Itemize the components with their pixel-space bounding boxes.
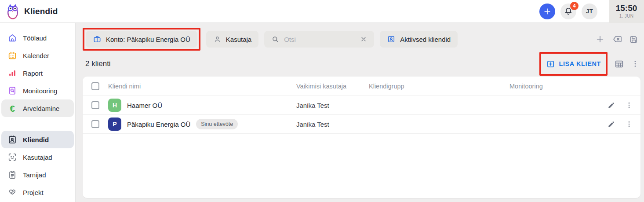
column-header-name: Kliendi nimi (108, 83, 296, 90)
person-icon (213, 35, 222, 44)
annotation-box-add-client: LISA KLIENT (539, 52, 608, 76)
edit-row-button[interactable] (603, 101, 620, 110)
add-filter-button[interactable] (595, 34, 605, 44)
sidebar-item-label: Kalender (23, 52, 49, 59)
sidebar-item-label: Töölaud (23, 34, 47, 42)
sidebar-item-monitooring[interactable]: Monitooring (1, 82, 74, 99)
pencil-icon (607, 120, 616, 129)
main-content: Konto: Päkapiku Energia OÜ Kasutaja (76, 23, 644, 202)
row-kebab-menu[interactable] (620, 120, 638, 129)
bar-chart-icon (7, 68, 18, 78)
add-client-label: LISA KLIENT (559, 60, 601, 67)
user-filter-label: Kasutaja (226, 36, 251, 43)
id-card-icon (387, 35, 396, 44)
save-view-button[interactable] (629, 34, 639, 44)
account-filter-chip[interactable]: Konto: Päkapiku Energia OÜ (86, 31, 197, 48)
pencil-icon (607, 101, 616, 110)
top-header: Kliendid 4 JT 15:50 1. JUN (0, 0, 644, 23)
edit-row-button[interactable] (603, 120, 620, 129)
home-icon (7, 33, 18, 43)
clear-filters-button[interactable] (611, 34, 622, 44)
sidebar-item-toolaud[interactable]: Töölaud (1, 29, 74, 47)
row-checkbox[interactable] (91, 120, 99, 128)
clock-widget: 15:50 1. JUN (609, 0, 644, 23)
result-count: 2 klienti (83, 59, 111, 68)
client-avatar: P (108, 118, 121, 131)
sidebar-item-label: Raport (23, 70, 43, 77)
sidebar-item-tarnijad[interactable]: Tarnijad (1, 166, 74, 184)
table-row[interactable]: P Päkapiku Energia OÜ Sinu ettevõte Jani… (83, 115, 640, 134)
table-row[interactable]: H Haamer OÜ Janika Test (83, 96, 640, 115)
column-header-client-group: Kliendigrupp (369, 83, 509, 90)
sidebar-item-label: Monitooring (23, 87, 57, 95)
id-badge-icon (7, 134, 18, 145)
column-header-default-user: Vaikimisi kasutaja (296, 83, 369, 90)
user-avatar[interactable]: JT (582, 4, 597, 19)
row-kebab-menu[interactable] (620, 101, 638, 110)
table-view-button[interactable] (614, 59, 625, 70)
annotation-box-account-filter: Konto: Päkapiku Energia OÜ (83, 28, 200, 51)
list-toolbar: 2 klienti LISA KLIENT (83, 51, 640, 77)
briefcase-icon (93, 35, 102, 44)
sidebar-item-label: Tarnijad (23, 171, 46, 179)
table-header-row: Kliendi nimi Vaikimisi kasutaja Kliendig… (83, 77, 640, 96)
status-filter-chip[interactable]: Aktiivsed kliendid (380, 31, 458, 48)
euro-icon: € (7, 103, 18, 114)
sidebar-item-raport[interactable]: Raport (1, 64, 74, 82)
sidebar-item-kalender[interactable]: Kalender (1, 47, 74, 64)
client-name: Päkapiku Energia OÜ (127, 121, 190, 128)
clock-time: 15:50 (616, 4, 637, 13)
status-filter-label: Aktiivsed kliendid (400, 36, 451, 43)
sidebar-item-projekt[interactable]: Projekt (1, 184, 74, 201)
sidebar-item-label: Kliendid (23, 136, 49, 143)
search-field[interactable] (264, 31, 374, 48)
clear-search-icon[interactable] (360, 36, 367, 43)
row-checkbox[interactable] (91, 101, 99, 109)
search-icon (271, 35, 280, 44)
face-scan-icon (7, 152, 18, 162)
sidebar-divider (2, 123, 73, 123)
page-title: Kliendid (24, 7, 58, 16)
account-filter-label: Konto: Päkapiku Energia OÜ (106, 36, 190, 43)
own-company-badge: Sinu ettevõte (196, 119, 238, 129)
sidebar-item-label: Arveldamine (23, 105, 59, 112)
notifications-button[interactable]: 4 (560, 4, 576, 19)
default-user: Janika Test (296, 121, 369, 128)
search-input[interactable] (284, 36, 356, 43)
column-header-monitoring: Monitooring (509, 83, 603, 90)
clients-table: Kliendi nimi Vaikimisi kasutaja Kliendig… (83, 77, 640, 198)
filter-actions (595, 34, 640, 44)
toolbar-kebab-menu[interactable] (631, 59, 640, 69)
sidebar-item-kasutajad[interactable]: Kasutajad (1, 148, 74, 166)
sidebar-item-label: Projekt (23, 189, 44, 196)
document-search-icon (7, 85, 18, 96)
user-filter-chip[interactable]: Kasutaja (206, 31, 258, 48)
clock-date: 1. JUN (619, 14, 633, 18)
clipboard-icon (7, 169, 18, 180)
add-client-button[interactable]: LISA KLIENT (542, 55, 604, 73)
client-avatar: H (108, 99, 121, 112)
sidebar: Töölaud Kalender (0, 23, 76, 202)
filter-bar: Konto: Päkapiku Energia OÜ Kasutaja (83, 27, 640, 51)
calendar-icon (7, 50, 18, 61)
sidebar-item-arveldamine[interactable]: € Arveldamine (1, 99, 74, 117)
plus-square-icon (546, 59, 555, 69)
owl-logo-icon (5, 3, 20, 20)
client-name: Haamer OÜ (127, 102, 162, 109)
hands-heart-icon (7, 187, 18, 198)
notification-count-badge: 4 (570, 2, 579, 10)
default-user: Janika Test (296, 102, 369, 109)
sidebar-item-kliendid[interactable]: Kliendid (1, 131, 74, 148)
select-all-checkbox[interactable] (91, 82, 99, 90)
sidebar-item-label: Kasutajad (23, 154, 52, 161)
add-button[interactable] (539, 4, 555, 19)
